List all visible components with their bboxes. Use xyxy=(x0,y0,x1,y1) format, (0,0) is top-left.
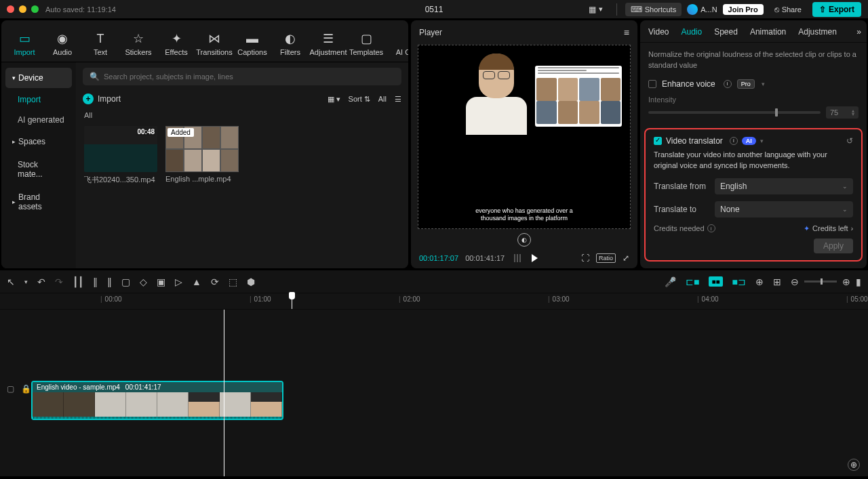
translator-title: Video translator xyxy=(666,136,723,146)
media-thumb-2[interactable]: Added English ...mple.mp4 xyxy=(165,126,239,185)
import-media-button[interactable]: + Import xyxy=(83,93,121,104)
apply-button[interactable]: Apply xyxy=(814,238,853,253)
tab-captions[interactable]: ▬Captions xyxy=(235,27,270,62)
sidebar-sub-import[interactable]: Import xyxy=(5,91,72,108)
stepper-icon[interactable]: ▴▾ xyxy=(852,109,854,116)
preview-caption: everyone who has generated over a thousa… xyxy=(418,207,630,223)
reset-button[interactable]: ↺ xyxy=(846,136,853,146)
zoom-fit-button[interactable]: ▮ xyxy=(856,276,861,287)
translator-checkbox[interactable] xyxy=(654,137,662,145)
tab-aici[interactable]: AI CI xyxy=(387,27,408,62)
undo-button[interactable]: ↶ xyxy=(37,276,45,287)
filter-button[interactable]: ☰ xyxy=(395,95,401,104)
window-close[interactable] xyxy=(7,5,14,13)
zoom-out-button[interactable]: ⊖ xyxy=(791,276,799,287)
timeline-lane[interactable]: English video - sample.mp400:01:41:17 xyxy=(0,310,868,476)
info-icon[interactable]: i xyxy=(707,224,715,232)
tab-effects[interactable]: ✦Effects xyxy=(159,27,194,62)
chevron-down-icon[interactable]: ▾ xyxy=(760,138,764,144)
window-minimize[interactable] xyxy=(19,5,26,13)
tab-templates[interactable]: ▢Templates xyxy=(349,27,384,62)
media-thumb-1[interactable]: 00:48 飞书20240...350.mp4 xyxy=(84,126,157,185)
pointer-dropdown[interactable]: ▾ xyxy=(24,278,28,285)
player-menu-button[interactable]: ≡ xyxy=(624,27,629,38)
sidebar-device[interactable]: ▾Device xyxy=(5,68,72,88)
layout-button[interactable]: ▦▾ xyxy=(583,3,608,16)
magnet-auto[interactable]: ■■ xyxy=(709,276,722,287)
captions-icon: ▬ xyxy=(246,31,258,46)
add-track-button[interactable]: ⊕ xyxy=(848,459,860,471)
tab-stickers[interactable]: ☆Stickers xyxy=(121,27,156,62)
tab-filters[interactable]: ◐Filters xyxy=(273,27,308,62)
zoom-in-button[interactable]: ⊕ xyxy=(842,276,850,287)
tab-audio[interactable]: ◉Audio xyxy=(45,27,80,62)
thumb-filename: English ...mple.mp4 xyxy=(165,175,239,183)
inspector-tabs-more[interactable]: » xyxy=(856,27,861,37)
credits-left-link[interactable]: ✦Credits left› xyxy=(804,224,853,233)
play-button[interactable] xyxy=(532,254,538,262)
inspector-tab-animation[interactable]: Animation xyxy=(750,27,786,37)
tab-import[interactable]: ▭Import xyxy=(7,27,42,62)
magnet-end[interactable]: ■⊐ xyxy=(732,276,746,287)
right-trim-tool[interactable]: ‖ xyxy=(107,276,112,287)
inspector-tab-speed[interactable]: Speed xyxy=(714,27,738,37)
tab-adjustment[interactable]: ☰Adjustment xyxy=(311,27,346,62)
shortcuts-button[interactable]: ⌨Shortcuts xyxy=(625,3,682,16)
inspector-tab-video[interactable]: Video xyxy=(648,27,669,37)
snap-tool[interactable]: ⊞ xyxy=(773,276,781,287)
user-menu[interactable]: A...N xyxy=(687,4,717,15)
info-icon[interactable]: i xyxy=(724,80,732,88)
zoom-slider[interactable] xyxy=(804,280,837,283)
audio-icon: ◉ xyxy=(57,31,68,46)
ratio-button[interactable]: Ratio xyxy=(596,253,616,263)
link-tool[interactable]: ⊕ xyxy=(755,276,764,287)
crop-tool[interactable]: ⬚ xyxy=(229,276,237,287)
player-viewport[interactable]: everyone who has generated over a thousa… xyxy=(418,45,631,229)
marker-tool[interactable]: ◇ xyxy=(140,276,147,287)
left-trim-tool[interactable]: ‖ xyxy=(93,276,98,287)
translate-from-select[interactable]: English⌄ xyxy=(715,178,853,194)
view-mode-button[interactable]: ▦ ▾ xyxy=(328,95,340,104)
pointer-tool[interactable]: ↖ xyxy=(7,276,15,287)
sidebar-spaces[interactable]: ▸Spaces xyxy=(5,131,72,152)
smart-tool[interactable]: ⬢ xyxy=(247,276,255,287)
fullscreen-button[interactable]: ⤢ xyxy=(623,253,629,263)
compare-button[interactable]: ◐ xyxy=(517,233,531,247)
ruler-tick: 05:00 xyxy=(846,295,868,303)
rotate-tool[interactable]: ⟳ xyxy=(211,276,219,287)
sort-button[interactable]: Sort ⇅ xyxy=(349,95,370,104)
sidebar-stock[interactable]: Stock mate... xyxy=(5,154,72,184)
translate-to-select[interactable]: None⌄ xyxy=(715,201,853,217)
total-duration: 00:01:41:17 xyxy=(465,254,505,262)
export-button[interactable]: ⇧Export xyxy=(812,2,861,17)
search-input[interactable] xyxy=(104,72,395,81)
filter-all-button[interactable]: All xyxy=(378,95,387,103)
inspector-tab-audio[interactable]: Audio xyxy=(681,27,702,37)
sidebar-sub-ai[interactable]: AI generated xyxy=(5,111,72,129)
crop-focus-button[interactable]: ⛶ xyxy=(581,253,589,263)
tab-transitions[interactable]: ⋈Transitions xyxy=(197,27,232,62)
chevron-down-icon[interactable]: ▾ xyxy=(762,81,765,87)
play-range-tool[interactable]: ▷ xyxy=(175,276,182,287)
info-icon[interactable]: i xyxy=(730,137,738,145)
intensity-value[interactable]: 75▴▾ xyxy=(826,106,859,119)
sidebar-brand[interactable]: ▸Brand assets xyxy=(5,187,72,217)
mirror-tool[interactable]: ▲ xyxy=(192,276,201,287)
timeline-playhead[interactable] xyxy=(292,293,292,309)
timeline-ruler[interactable]: 00:00 01:00 02:00 03:00 04:00 05:00 xyxy=(0,293,868,310)
intensity-slider[interactable] xyxy=(648,111,821,114)
magnet-start[interactable]: ⊏■ xyxy=(686,276,699,287)
split-tool[interactable]: ┃┃ xyxy=(73,276,83,287)
redo-button[interactable]: ↷ xyxy=(55,276,63,287)
section-tool[interactable]: ▣ xyxy=(157,276,165,287)
frame-tool[interactable]: ▢ xyxy=(121,276,130,287)
join-pro-button[interactable]: Join Pro xyxy=(723,4,764,15)
timeline-playhead-line[interactable] xyxy=(224,310,224,476)
mic-button[interactable]: 🎤 xyxy=(665,276,676,287)
share-button[interactable]: ⎋Share xyxy=(769,3,807,16)
inspector-tab-adjustment[interactable]: Adjustmen xyxy=(798,27,837,37)
enhance-voice-checkbox[interactable] xyxy=(648,80,656,88)
timeline-clip[interactable]: English video - sample.mp400:01:41:17 xyxy=(31,381,283,420)
tab-text[interactable]: TText xyxy=(83,27,118,62)
window-zoom[interactable] xyxy=(31,5,39,13)
